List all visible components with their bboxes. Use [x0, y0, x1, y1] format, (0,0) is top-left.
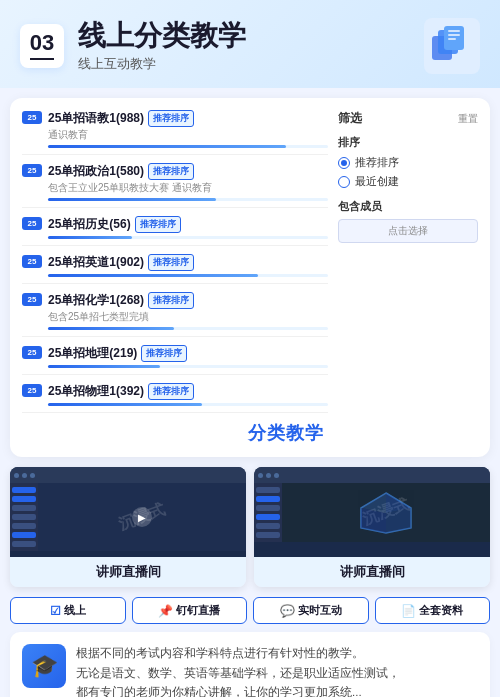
- video-card-2[interactable]: 沉浸式 讲师直播间: [254, 467, 490, 587]
- list-item-desc: 包含王立业25单职教技大赛 通识教育: [48, 181, 328, 195]
- sidebar-line: [256, 523, 280, 529]
- desc-decorative-icon: 🎓: [31, 653, 58, 679]
- list-item[interactable]: 25 25单招物理1(392) 推荐排序: [22, 383, 328, 413]
- list-item-content: 25单招语教1(988) 推荐排序 通识教育: [48, 110, 328, 148]
- progress-bar-bg: [48, 365, 328, 368]
- sidebar-line: [12, 514, 36, 520]
- list-badge: 25: [22, 164, 42, 177]
- sidebar-line: [256, 505, 280, 511]
- list-item-title: 25单招地理(219) 推荐排序: [48, 345, 328, 362]
- svg-rect-6: [448, 38, 456, 40]
- list-item[interactable]: 25 25单招化学1(268) 推荐排序 包含25单招七类型完填: [22, 292, 328, 337]
- step-number-underline: [30, 58, 54, 60]
- list-item-content: 25单招地理(219) 推荐排序: [48, 345, 328, 368]
- progress-bar-fill: [48, 236, 132, 239]
- list-badge: 25: [22, 346, 42, 359]
- feature-online: ☑ 线上: [10, 597, 126, 624]
- sidebar-line: [256, 487, 280, 493]
- radio-circle-recent: [338, 176, 350, 188]
- list-item[interactable]: 25 25单招政治1(580) 推荐排序 包含王立业25单职教技大赛 通识教育: [22, 163, 328, 208]
- page-header: 03 线上分类教学 线上互动教学: [0, 0, 500, 88]
- progress-bar-bg: [48, 145, 328, 148]
- list-item[interactable]: 25 25单招语教1(988) 推荐排序 通识教育: [22, 110, 328, 155]
- video-main: 沉浸式 ▶: [38, 483, 246, 551]
- list-item-content: 25单招化学1(268) 推荐排序 包含25单招七类型完填: [48, 292, 328, 330]
- filter-header: 筛选 重置: [338, 110, 478, 127]
- progress-bar-fill: [48, 198, 216, 201]
- list-badge: 25: [22, 217, 42, 230]
- course-list: 25 25单招语教1(988) 推荐排序 通识教育 25 25单招政治1: [22, 110, 328, 445]
- list-item-tag: 推荐排序: [135, 216, 181, 233]
- sidebar-line: [12, 541, 36, 547]
- feature-materials-label: 全套资料: [419, 603, 463, 618]
- list-item-content: 25单招政治1(580) 推荐排序 包含王立业25单职教技大赛 通识教育: [48, 163, 328, 201]
- svg-rect-4: [448, 30, 460, 32]
- video-body: 沉浸式 ▶: [10, 483, 246, 551]
- list-item[interactable]: 25 25单招历史(56) 推荐排序: [22, 216, 328, 246]
- video-sidebar: [10, 483, 38, 551]
- radio-label-recommended: 推荐排序: [355, 155, 399, 170]
- topbar-dot: [266, 473, 271, 478]
- topbar-dot: [22, 473, 27, 478]
- header-decorative-icon: [424, 18, 480, 74]
- dingtalk-icon: 📌: [158, 604, 173, 618]
- radio-label-recent: 最近创建: [355, 174, 399, 189]
- topbar-dot: [30, 473, 35, 478]
- list-item-title: 25单招物理1(392) 推荐排序: [48, 383, 328, 400]
- video-watermark: 沉浸式: [116, 499, 168, 535]
- list-item-tag: 推荐排序: [148, 110, 194, 127]
- list-item-title: 25单招化学1(268) 推荐排序: [48, 292, 328, 309]
- sort-option-recommended[interactable]: 推荐排序: [338, 155, 478, 170]
- category-text: 分类教学: [248, 423, 324, 443]
- member-label: 包含成员: [338, 199, 478, 214]
- list-item[interactable]: 25 25单招地理(219) 推荐排序: [22, 345, 328, 375]
- list-badge: 25: [22, 293, 42, 306]
- video-topbar: [254, 467, 490, 483]
- feature-materials: 📄 全套资料: [375, 597, 491, 624]
- list-item-content: 25单招历史(56) 推荐排序: [48, 216, 328, 239]
- list-item-tag: 推荐排序: [141, 345, 187, 362]
- progress-bar-fill: [48, 327, 174, 330]
- progress-bar-fill: [48, 145, 286, 148]
- progress-bar-bg: [48, 198, 328, 201]
- video-body-2: 沉浸式: [254, 483, 490, 542]
- feature-dingtalk: 📌 钉钉直播: [132, 597, 248, 624]
- category-label: 分类教学: [22, 421, 328, 445]
- description-section: 🎓 根据不同的考试内容和学科特点进行有针对性的教学。 无论是语文、数学、英语等基…: [10, 632, 490, 697]
- step-number-box: 03: [20, 24, 64, 68]
- radio-circle-recommended: [338, 157, 350, 169]
- filter-reset-button[interactable]: 重置: [458, 112, 478, 126]
- sidebar-line: [256, 532, 280, 538]
- sidebar-line: [256, 496, 280, 502]
- topbar-dot: [274, 473, 279, 478]
- page-subtitle: 线上互动教学: [78, 55, 410, 73]
- member-select-button[interactable]: 点击选择: [338, 219, 478, 243]
- list-item[interactable]: 25 25单招英道1(902) 推荐排序: [22, 254, 328, 284]
- filter-title: 筛选: [338, 110, 362, 127]
- sort-option-recent[interactable]: 最近创建: [338, 174, 478, 189]
- sort-label: 排序: [338, 135, 478, 150]
- header-text-group: 线上分类教学 线上互动教学: [78, 19, 410, 73]
- sidebar-line: [256, 514, 280, 520]
- video-row: 沉浸式 ▶ 讲师直播间: [10, 467, 490, 587]
- sidebar-line: [12, 523, 36, 529]
- page-title: 线上分类教学: [78, 19, 410, 53]
- video-main-2: 沉浸式: [282, 483, 490, 542]
- video-label-2: 讲师直播间: [254, 557, 490, 587]
- video-card-1[interactable]: 沉浸式 ▶ 讲师直播间: [10, 467, 246, 587]
- list-item-tag: 推荐排序: [148, 163, 194, 180]
- feature-online-label: 线上: [64, 603, 86, 618]
- video-preview-2: 沉浸式: [254, 467, 490, 557]
- feature-dingtalk-label: 钉钉直播: [176, 603, 220, 618]
- list-item-desc: 包含25单招七类型完填: [48, 310, 328, 324]
- video-label-1: 讲师直播间: [10, 557, 246, 587]
- materials-icon: 📄: [401, 604, 416, 618]
- list-item-title: 25单招政治1(580) 推荐排序: [48, 163, 328, 180]
- content-row: 25 25单招语教1(988) 推荐排序 通识教育 25 25单招政治1: [22, 110, 478, 445]
- sidebar-line: [12, 505, 36, 511]
- video-topbar: [10, 467, 246, 483]
- list-item-tag: 推荐排序: [148, 383, 194, 400]
- main-content-box: 25 25单招语教1(988) 推荐排序 通识教育 25 25单招政治1: [10, 98, 490, 457]
- progress-bar-bg: [48, 327, 328, 330]
- sidebar-line: [12, 532, 36, 538]
